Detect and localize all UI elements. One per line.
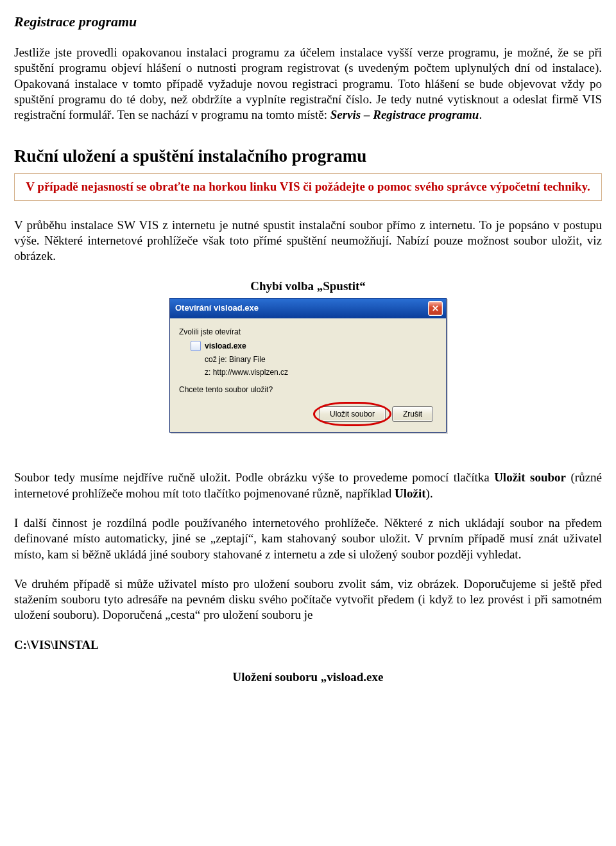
highlight-ring: Uložit soubor xyxy=(319,406,386,422)
section-title-registrace: Registrace programu xyxy=(14,13,602,31)
value: Binary File xyxy=(229,355,266,364)
dialog-from-line: z: http://www.visplzen.cz xyxy=(205,368,437,377)
text-bold: Uložit soubor xyxy=(494,470,566,484)
para-after-dialog-3: Ve druhém případě si může uživatel místo… xyxy=(14,576,602,623)
text: ). xyxy=(426,487,433,500)
text: Jestliže jste provedli opakovanou instal… xyxy=(14,46,602,121)
close-icon: ✕ xyxy=(432,304,439,313)
label: což je: xyxy=(205,355,227,364)
dialog-button-row: Uložit soubor Zrušit xyxy=(179,406,437,422)
close-button[interactable]: ✕ xyxy=(428,301,443,316)
para-after-dialog-2: I další činnost je rozdílná podle použív… xyxy=(14,515,602,562)
caption-ulozeni: Uložení souboru „visload.exe xyxy=(14,669,602,685)
dialog-line-intro: Zvolili jste otevírat xyxy=(179,327,437,337)
text-bold: Uložit xyxy=(395,487,426,500)
text: . xyxy=(479,108,482,121)
value: http://www.visplzen.cz xyxy=(213,368,288,377)
dialog-title: Otevírání visload.exe xyxy=(175,303,259,314)
dialog-titlebar: Otevírání visload.exe ✕ xyxy=(170,298,446,318)
caption-chybi-spustit: Chybí volba „Spustit“ xyxy=(14,279,602,294)
para-registrace: Jestliže jste provedli opakovanou instal… xyxy=(14,45,602,123)
dialog-file-line: visload.exe xyxy=(191,341,437,351)
label: z: xyxy=(205,368,210,377)
download-dialog: Otevírání visload.exe ✕ Zvolili jste ote… xyxy=(169,298,447,433)
dialog-body: Zvolili jste otevírat visload.exe což je… xyxy=(170,318,446,432)
text: Soubor tedy musíme nejdříve ručně uložit… xyxy=(14,470,494,484)
section-title-rucni: Ruční uložení a spuštění instalačního pr… xyxy=(14,145,602,168)
text-emphasis: Servis – Registrace programu xyxy=(330,108,479,121)
para-after-dialog-1: Soubor tedy musíme nejdříve ručně uložit… xyxy=(14,470,602,501)
dialog-type-line: což je: Binary File xyxy=(205,355,437,365)
cancel-button[interactable]: Zrušit xyxy=(392,406,433,422)
dialog-screenshot: Otevírání visload.exe ✕ Zvolili jste ote… xyxy=(14,298,602,433)
dialog-filename: visload.exe xyxy=(205,341,246,351)
dialog-question: Chcete tento soubor uložit? xyxy=(179,385,437,395)
notice-box: V případě nejasností se obraťte na horko… xyxy=(14,173,602,200)
file-icon xyxy=(191,341,201,351)
install-path: C:\VIS\INSTAL xyxy=(14,637,602,653)
save-file-button[interactable]: Uložit soubor xyxy=(319,406,386,422)
para-rucni-1: V průběhu instalace SW VIS z internetu j… xyxy=(14,218,602,264)
